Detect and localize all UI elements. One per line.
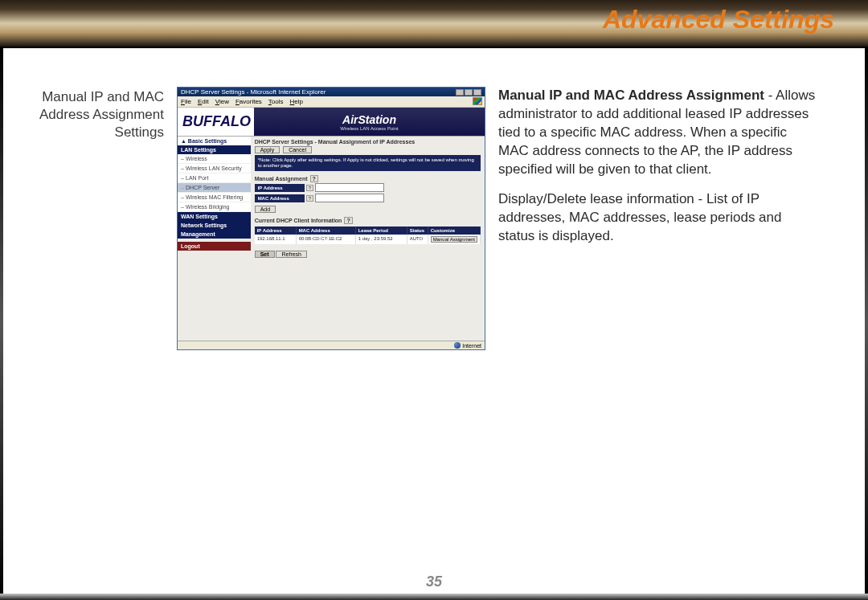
cell-lease: 1 day , 23:59:52 [356, 235, 407, 244]
ip-input[interactable] [315, 183, 384, 192]
menu-tools[interactable]: Tools [268, 98, 284, 105]
sidebar-lan[interactable]: LAN Settings [178, 145, 251, 154]
globe-icon [454, 342, 461, 349]
refresh-button[interactable]: Refresh [276, 251, 307, 258]
desc-para2: Display/Delete lease informa­tion - List… [498, 190, 820, 246]
cancel-button[interactable]: Cancel [283, 146, 312, 153]
ip-label: IP Address [255, 184, 305, 192]
set-button[interactable]: Set [255, 251, 275, 258]
product-name: AirStation [342, 113, 396, 126]
screenshot-ie-window: DHCP Server Settings - Microsoft Interne… [177, 87, 485, 350]
close-icon[interactable] [473, 89, 481, 96]
sidebar-wan[interactable]: WAN Settings [178, 212, 251, 221]
panel-heading: DHCP Server Settings - Manual Assignment… [255, 139, 481, 145]
minimize-icon[interactable] [456, 89, 464, 96]
manual-assignment-head: Manual Assignment? [255, 176, 481, 182]
sidebar-logout[interactable]: Logout [178, 242, 251, 251]
add-button[interactable]: Add [255, 206, 276, 213]
menu-help[interactable]: Help [290, 98, 303, 105]
page-title: Advanced Settings [603, 5, 834, 35]
sidebar-item-bridging[interactable]: Wireless Bridging [178, 202, 251, 212]
mac-input[interactable] [315, 194, 384, 202]
help-icon[interactable]: ? [306, 185, 313, 191]
clients-table-header: IP Address MAC Address Lease Period Stat… [255, 227, 481, 235]
sidebar: ▲ Basic Settings LAN Settings Wireless W… [178, 137, 251, 341]
border-bottom [0, 594, 868, 600]
sidebar-item-lan-port[interactable]: LAN Port [178, 173, 251, 183]
main-panel: DHCP Server Settings - Manual Assignment… [251, 137, 485, 341]
col-status: Status [407, 227, 428, 235]
status-text: Internet [462, 343, 481, 349]
sidebar-item-wlan-security[interactable]: Wireless LAN Security [178, 164, 251, 173]
status-bar: Internet [178, 341, 485, 349]
window-titlebar: DHCP Server Settings - Microsoft Interne… [178, 88, 485, 96]
help-icon[interactable]: ? [310, 175, 318, 182]
desc-bold: Manual IP and MAC Address Assignment [498, 88, 764, 103]
menu-file[interactable]: File [181, 98, 191, 105]
sidebar-item-wireless[interactable]: Wireless [178, 154, 251, 164]
help-icon[interactable]: ? [344, 217, 352, 224]
manual-assignment-button[interactable]: Manual Assignment [431, 236, 477, 243]
col-customize: Customize [428, 227, 481, 235]
menu-favorites[interactable]: Favorites [235, 98, 262, 105]
col-lease: Lease Period [356, 227, 407, 235]
table-row: 192.168.11.1 00:0B:CD:C7:1E:C2 1 day , 2… [255, 235, 481, 244]
windows-flag-icon [473, 97, 482, 105]
page-number: 35 [0, 573, 868, 590]
sidebar-management[interactable]: Management [178, 230, 251, 239]
buffalo-logo: BUFFALO [178, 113, 251, 130]
menu-view[interactable]: View [215, 98, 229, 105]
window-controls [456, 89, 481, 96]
menu-edit[interactable]: Edit [198, 98, 209, 105]
description-text: Manual IP and MAC Address Assignment - A… [498, 87, 820, 350]
menu-bar: File Edit View Favorites Tools Help [178, 96, 485, 108]
cell-mac: 00:0B:CD:C7:1E:C2 [297, 235, 356, 244]
sidebar-network[interactable]: Network Settings [178, 221, 251, 230]
col-ip: IP Address [255, 227, 297, 235]
airstation-banner: AirStation Wireless LAN Access Point [254, 108, 485, 136]
mac-label: MAC Address [255, 194, 305, 202]
sidebar-basic[interactable]: ▲ Basic Settings [178, 137, 251, 145]
col-mac: MAC Address [297, 227, 356, 235]
apply-button[interactable]: Apply [255, 146, 280, 153]
cell-status: AUTO [407, 235, 428, 244]
note-text: *Note: Click Apply after editing setting… [255, 155, 481, 171]
window-title: DHCP Server Settings - Microsoft Interne… [181, 88, 326, 96]
sidebar-item-dhcp[interactable]: DHCP Server [178, 183, 251, 193]
cell-ip: 192.168.11.1 [255, 235, 297, 244]
product-subtitle: Wireless LAN Access Point [340, 126, 398, 131]
current-clients-head: Current DHCP Client Information? [255, 218, 481, 223]
maximize-icon[interactable] [465, 89, 473, 96]
sidebar-item-mac-filtering[interactable]: Wireless MAC Filtering [178, 193, 251, 202]
help-icon[interactable]: ? [306, 195, 313, 202]
caption-left: Manual IP and MAC Address Assignment Set… [29, 87, 164, 350]
